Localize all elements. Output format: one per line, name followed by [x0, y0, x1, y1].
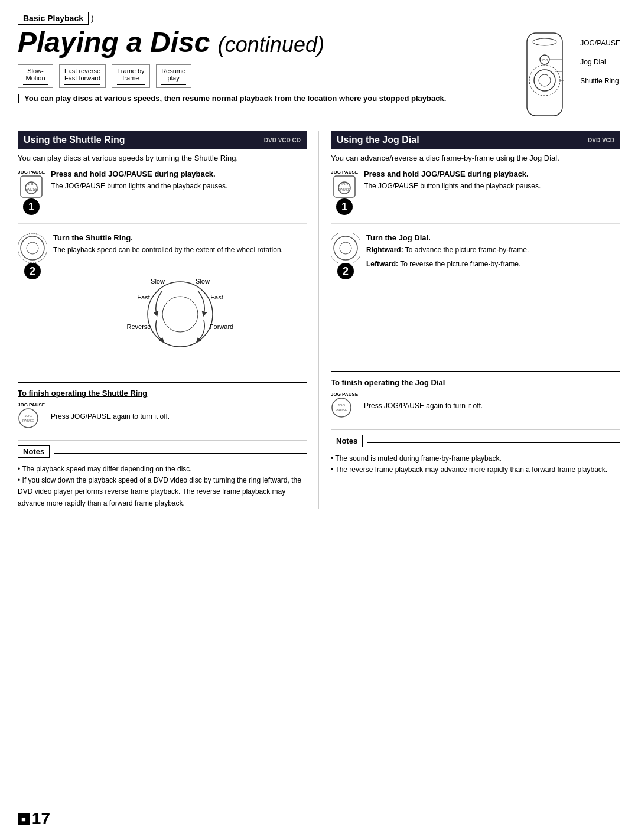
step-number-jog-1: 1: [336, 198, 353, 215]
jog-pause-icon-shuttle-finish: JOG PAUSE: [18, 408, 39, 429]
jog-subtitle: You can advance/reverse a disc frame-by-…: [331, 154, 620, 162]
svg-text:Reverse: Reverse: [126, 323, 151, 330]
page-number-area: ■ 17: [18, 809, 50, 828]
svg-text:PAUSE: PAUSE: [336, 408, 347, 412]
jog-step-1: JOG PAUSE JOG PAUSE 1 Press and hold JOG…: [331, 170, 620, 224]
svg-text:Fast: Fast: [137, 294, 149, 301]
svg-point-4: [534, 70, 555, 91]
svg-text:Slow: Slow: [196, 278, 210, 285]
svg-point-5: [539, 74, 551, 86]
step-number-shuttle-2: 2: [24, 263, 41, 279]
breadcrumb-arrow: ): [91, 14, 94, 23]
svg-point-17: [148, 282, 213, 347]
svg-point-1: [533, 38, 556, 45]
svg-point-25: [19, 409, 38, 428]
svg-point-35: [332, 398, 351, 417]
jog-pause-icon-jog-finish: JOG PAUSE: [331, 397, 352, 418]
svg-point-15: [27, 242, 38, 254]
jog-note-1: The sound is muted during frame-by-frame…: [331, 453, 620, 464]
fast-reverse-forward-button: Fast reverse Fast forward: [59, 64, 106, 88]
step-number-shuttle-1: 1: [23, 198, 40, 215]
shuttle-section-header: Using the Shuttle Ring DVD VCD CD: [18, 131, 307, 149]
shuttle-step2-title: Turn the Shuttle Ring.: [53, 233, 307, 242]
remote-diagram: JOG: [509, 27, 580, 122]
slow-motion-button: Slow- Motion: [18, 64, 53, 88]
jog-finish-title: To finish operating the Jog Dial: [331, 378, 620, 387]
shuttle-speed-diagram: Slow Slow Fast Fast Reverse Forward: [53, 261, 307, 357]
shuttle-finish-desc: Press JOG/PAUSE again to turn it off.: [51, 411, 170, 422]
page-number-badge: ■: [18, 813, 30, 825]
jog-dial-icon: [331, 233, 360, 263]
jog-notes-section: Notes The sound is muted during frame-by…: [331, 429, 620, 476]
shuttle-note-1: The playback speed may differ depending …: [18, 464, 307, 475]
svg-point-32: [334, 236, 357, 260]
jog-finish-section: To finish operating the Jog Dial JOG PAU…: [331, 371, 620, 420]
shuttle-finish-title: To finish operating the Shuttle Ring: [18, 389, 307, 398]
jog-note-2: The reverse frame playback may advance m…: [331, 464, 620, 476]
shuttle-note-2: If you slow down the playback speed of a…: [18, 475, 307, 509]
jog-step2-leftward: Leftward: To reverse the picture frame-b…: [366, 259, 620, 269]
jog-step1-title: Press and hold JOG/PAUSE during playback…: [364, 170, 620, 178]
jog-step-2: 2 Turn the Jog Dial. Rightward: To advan…: [331, 233, 620, 288]
svg-text:PAUSE: PAUSE: [22, 419, 34, 422]
intro-text: You can play discs at various speeds, th…: [18, 94, 455, 103]
jog-pause-icon-jog-1: JOG PAUSE: [333, 175, 356, 198]
shuttle-step1-title: Press and hold JOG/PAUSE during playback…: [51, 170, 307, 178]
svg-text:JOG: JOG: [338, 403, 346, 407]
shuttle-step2-desc: The playback speed can be controlled by …: [53, 245, 307, 255]
shuttle-ring-icon: [18, 233, 47, 263]
resume-play-button: Resume play: [156, 64, 191, 88]
jog-dial-label: Jog Dial: [580, 58, 620, 66]
svg-text:Forward: Forward: [209, 323, 233, 330]
jog-notes-list: The sound is muted during frame-by-frame…: [331, 453, 620, 476]
svg-text:JOG: JOG: [341, 183, 349, 186]
shuttle-notes-header: Notes: [18, 445, 50, 458]
jog-pause-label: JOG/PAUSE: [580, 39, 620, 47]
page-number: 17: [32, 809, 50, 828]
shuttle-ring-label: Shuttle Ring: [580, 77, 620, 85]
jog-notes-header: Notes: [331, 435, 363, 447]
jog-finish-desc: Press JOG/PAUSE again to turn it off.: [364, 401, 483, 411]
shuttle-step1-desc: The JOG/PAUSE button lights and the play…: [51, 181, 307, 191]
svg-text:Slow: Slow: [151, 278, 165, 285]
jog-step2-rightward: Rightward: To advance the picture frame-…: [366, 245, 620, 255]
frame-by-frame-button: Frame by frame: [112, 64, 149, 88]
step-number-jog-2: 2: [337, 263, 354, 279]
svg-text:JOG: JOG: [541, 58, 549, 62]
svg-point-14: [21, 236, 44, 260]
svg-point-18: [162, 297, 198, 332]
page-title: Playing a Disc (continued): [18, 27, 455, 58]
jog-step1-desc: The JOG/PAUSE button lights and the play…: [364, 181, 620, 191]
shuttle-step-1: JOG PAUSE JOG PAUSE 1 Press and hold JOG…: [18, 170, 307, 224]
jog-step2-title: Turn the Jog Dial.: [366, 233, 620, 242]
svg-text:PAUSE: PAUSE: [338, 188, 350, 191]
shuttle-step-2: 2 Turn the Shuttle Ring. The playback sp…: [18, 233, 307, 372]
jog-pause-icon-shuttle-1: JOG PAUSE: [19, 175, 43, 198]
breadcrumb-label: Basic Playback: [18, 12, 89, 25]
svg-text:Fast: Fast: [210, 294, 223, 301]
shuttle-finish-section: To finish operating the Shuttle Ring JOG…: [18, 382, 307, 431]
shuttle-notes-list: The playback speed may differ depending …: [18, 464, 307, 509]
svg-point-34: [331, 233, 360, 263]
svg-point-33: [340, 242, 351, 254]
shuttle-subtitle: You can play discs at various speeds by …: [18, 154, 307, 162]
shuttle-notes-section: Notes The playback speed may differ depe…: [18, 440, 307, 509]
playback-buttons-row: Slow- Motion Fast reverse Fast forward F…: [18, 64, 455, 88]
jog-section-header: Using the Jog Dial DVD VCD: [331, 131, 620, 149]
svg-point-16: [18, 233, 47, 263]
svg-text:JOG: JOG: [25, 414, 32, 418]
